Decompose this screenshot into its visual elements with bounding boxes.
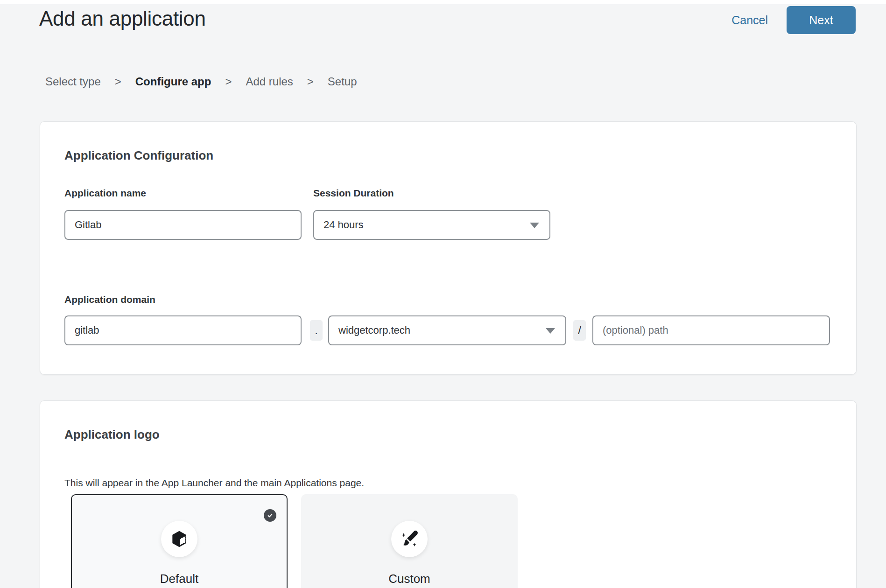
slash-separator: / — [573, 320, 586, 341]
application-name-label: Application name — [64, 187, 146, 199]
domain-select-value: widgetcorp.tech — [338, 324, 410, 336]
dot-separator: . — [310, 320, 323, 341]
cancel-button[interactable]: Cancel — [731, 14, 768, 27]
page-title: Add an application — [39, 6, 206, 32]
custom-logo-circle — [391, 521, 428, 557]
breadcrumb-step-setup[interactable]: Setup — [328, 75, 357, 89]
domain-select[interactable]: widgetcorp.tech — [328, 315, 566, 345]
cube-icon — [169, 529, 190, 549]
application-configuration-heading: Application Configuration — [64, 148, 213, 163]
application-domain-label: Application domain — [64, 294, 155, 306]
logo-option-label: Default — [72, 572, 287, 586]
application-logo-description: This will appear in the App Launcher and… — [64, 477, 364, 489]
breadcrumb-separator: > — [225, 75, 232, 89]
selected-check-badge — [264, 509, 276, 522]
paintbrush-icon — [399, 528, 420, 550]
breadcrumb-step-add-rules[interactable]: Add rules — [246, 75, 293, 89]
logo-option-default[interactable]: Default — [71, 494, 288, 588]
session-duration-select[interactable]: 24 hours — [313, 210, 550, 240]
logo-option-label: Custom — [302, 572, 517, 586]
path-input[interactable] — [592, 315, 830, 345]
header-actions: Cancel Next — [731, 6, 856, 34]
default-logo-circle — [161, 521, 197, 557]
application-logo-card: Application logo This will appear in the… — [40, 400, 857, 588]
top-nav-edge — [0, 0, 886, 4]
chevron-down-icon — [546, 328, 555, 334]
breadcrumb-separator: > — [307, 75, 314, 89]
check-icon — [266, 511, 274, 519]
application-configuration-card: Application Configuration Application na… — [40, 121, 857, 375]
logo-option-custom[interactable]: Custom — [301, 494, 518, 588]
breadcrumb-step-select-type[interactable]: Select type — [45, 75, 101, 89]
application-name-input[interactable] — [64, 210, 302, 240]
session-duration-label: Session Duration — [313, 187, 394, 199]
subdomain-input[interactable] — [64, 315, 302, 345]
breadcrumb-separator: > — [115, 75, 121, 89]
application-logo-heading: Application logo — [64, 427, 160, 442]
chevron-down-icon — [530, 223, 539, 228]
breadcrumb-step-configure-app[interactable]: Configure app — [135, 75, 211, 89]
next-button[interactable]: Next — [787, 6, 856, 34]
session-duration-value: 24 hours — [323, 219, 364, 231]
breadcrumb: Select type > Configure app > Add rules … — [45, 75, 357, 89]
